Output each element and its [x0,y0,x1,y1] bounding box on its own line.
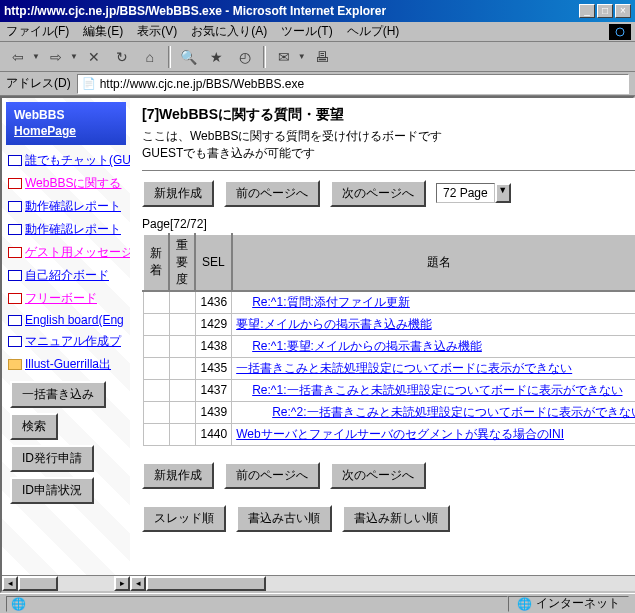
ie-logo-icon [609,24,631,40]
address-input[interactable]: 📄 http://www.cjc.ne.jp/BBS/WebBBS.exe [77,74,629,94]
mail-button[interactable]: ✉ [272,46,296,68]
table-row: 1436Re:^1:質問:添付ファイル更新ma [143,291,635,314]
table-row: 1437Re:^1:一括書きこみと未読処理設定についてボードに表示ができない [143,379,635,401]
table-row: 1435一括書きこみと未読処理設定についてボードに表示ができないGU [143,357,635,379]
table-row: 1429要望:メイルからの掲示書き込み機能Ta [143,313,635,335]
back-button[interactable]: ⇦ [6,46,30,68]
globe-icon: 🌐 [517,597,532,611]
search-button-sidebar[interactable]: 検索 [10,413,58,440]
menu-favorites[interactable]: お気に入り(A) [191,23,267,40]
sidebar-item-7[interactable]: English board(Eng [2,310,130,330]
col-title[interactable]: 題名 [232,234,635,291]
home-button[interactable]: ⌂ [138,46,162,68]
next-page-button[interactable]: 次のページへ [330,180,426,207]
maximize-button[interactable]: □ [597,4,613,18]
address-label: アドレス(D) [6,75,71,92]
post-link[interactable]: 一括書きこみと未読処理設定についてボードに表示ができない [236,361,572,375]
status-zone: 🌐 インターネット [508,596,629,612]
post-link[interactable]: Re:^1:要望:メイルからの掲示書き込み機能 [252,339,482,353]
main-scrollbar-h[interactable]: ◂▸ [130,575,635,591]
refresh-button[interactable]: ↻ [110,46,134,68]
table-row: 1439Re:^2:一括書きこみと未読処理設定についてボードに表示ができない [143,401,635,423]
desc-line2: GUESTでも書き込みが可能です [142,145,635,162]
sidebar-item-3[interactable]: 動作確認レポート [2,218,130,241]
board-icon [8,247,22,258]
thread-order-button[interactable]: スレッド順 [142,505,226,532]
new-button[interactable]: 新規作成 [142,180,214,207]
page-select[interactable]: 72 Page ▼ [436,183,511,203]
table-row: 1440Webサーバとファイルサーバのセグメントが異なる場合のINIGU [143,423,635,445]
desc-line1: ここは、WebBBSに関する質問を受け付けるボードです [142,128,635,145]
stop-button[interactable]: ✕ [82,46,106,68]
sidebar-item-0[interactable]: 誰でもチャット(GU [2,149,130,172]
sidebar-item-2[interactable]: 動作確認レポート [2,195,130,218]
menu-edit[interactable]: 編集(E) [83,23,123,40]
sidebar-item-6[interactable]: フリーボード [2,287,130,310]
menu-tools[interactable]: ツール(T) [281,23,332,40]
table-row: 1438Re:^1:要望:メイルからの掲示書き込み機能ma [143,335,635,357]
address-url: http://www.cjc.ne.jp/BBS/WebBBS.exe [100,77,305,91]
board-icon [8,224,22,235]
board-icon [8,315,22,326]
col-new[interactable]: 新着 [143,234,169,291]
board-icon [8,293,22,304]
page-icon: 📄 [82,77,96,90]
menu-help[interactable]: ヘルプ(H) [347,23,400,40]
id-status-button[interactable]: ID申請状況 [10,477,94,504]
board-icon [8,270,22,281]
minimize-button[interactable]: _ [579,4,595,18]
window-title: http://www.cjc.ne.jp/BBS/WebBBS.exe - Mi… [4,4,579,18]
id-apply-button[interactable]: ID発行申請 [10,445,94,472]
sidebar-item-4[interactable]: ゲスト用メッセージ [2,241,130,264]
search-button[interactable]: 🔍 [177,46,201,68]
board-icon [8,155,22,166]
new-button-2[interactable]: 新規作成 [142,462,214,489]
col-priority[interactable]: 重要度 [169,234,195,291]
menu-file[interactable]: ファイル(F) [6,23,69,40]
sidebar-item-5[interactable]: 自己紹介ボード [2,264,130,287]
sidebar-item-1[interactable]: WebBBSに関する [2,172,130,195]
sidebar-item-9[interactable]: Illust-Guerrilla出 [2,353,130,376]
chevron-down-icon[interactable]: ▼ [495,183,511,203]
folder-icon [8,359,22,370]
board-icon [8,201,22,212]
sidebar-scrollbar[interactable]: ◂▸ [2,575,130,591]
menu-view[interactable]: 表示(V) [137,23,177,40]
post-link[interactable]: 要望:メイルからの掲示書き込み機能 [236,317,431,331]
post-link[interactable]: Webサーバとファイルサーバのセグメントが異なる場合のINI [236,427,564,441]
history-button[interactable]: ◴ [233,46,257,68]
post-link[interactable]: Re:^2:一括書きこみと未読処理設定についてボードに表示ができない [272,405,635,419]
board-icon [8,178,22,189]
status-left: 🌐 [6,596,508,612]
col-sel[interactable]: SEL [195,234,232,291]
page-title: [7]WebBBSに関する質問・要望 [142,106,635,124]
page-indicator: Page[72/72] [142,217,635,231]
favorites-button[interactable]: ★ [205,46,229,68]
posts-table: 新着 重要度 SEL 題名 1436Re:^1:質問:添付ファイル更新ma142… [142,233,635,446]
sidebar-header[interactable]: WebBBS HomePage [6,102,126,145]
oldest-order-button[interactable]: 書込み古い順 [236,505,332,532]
newest-order-button[interactable]: 書込み新しい順 [342,505,450,532]
close-button[interactable]: × [615,4,631,18]
board-icon [8,336,22,347]
prev-page-button-2[interactable]: 前のページへ [224,462,320,489]
prev-page-button[interactable]: 前のページへ [224,180,320,207]
post-link[interactable]: Re:^1:質問:添付ファイル更新 [252,295,410,309]
next-page-button-2[interactable]: 次のページへ [330,462,426,489]
post-link[interactable]: Re:^1:一括書きこみと未読処理設定についてボードに表示ができない [252,383,622,397]
bulk-write-button[interactable]: 一括書き込み [10,381,106,408]
sidebar-item-8[interactable]: マニュアル作成プ [2,330,130,353]
print-button[interactable]: 🖶 [310,46,334,68]
ie-status-icon: 🌐 [11,597,26,611]
forward-button[interactable]: ⇨ [44,46,68,68]
